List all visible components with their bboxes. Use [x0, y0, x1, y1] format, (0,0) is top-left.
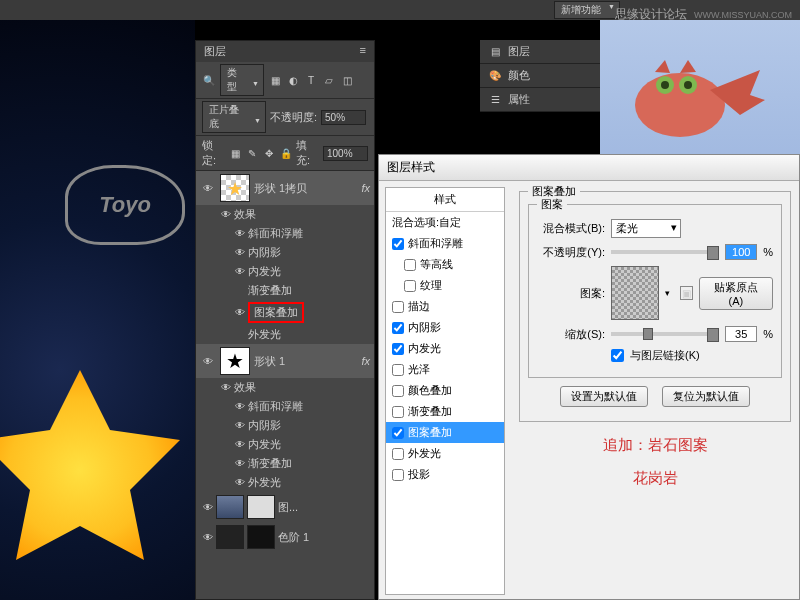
style-color-overlay[interactable]: 颜色叠加 — [386, 380, 504, 401]
fx-gradient-overlay2[interactable]: 👁渐变叠加 — [196, 454, 374, 473]
annotation-note1: 追加：岩石图案 — [519, 436, 791, 455]
pattern-flyout-icon[interactable]: ▾ — [665, 288, 670, 298]
link-checkbox[interactable] — [611, 349, 624, 362]
fx-bevel[interactable]: 👁斜面和浮雕 — [196, 224, 374, 243]
search-icon[interactable]: 🔍 — [202, 73, 216, 87]
fx-outer-glow[interactable]: 👁外发光 — [196, 473, 374, 492]
bevel-checkbox[interactable] — [392, 238, 404, 250]
layer-shape1-copy[interactable]: 👁 ★ 形状 1拷贝 fx — [196, 171, 374, 205]
pattern-label: 图案: — [537, 286, 605, 301]
fx-inner-shadow[interactable]: 👁内阴影 — [196, 243, 374, 262]
fx-badge[interactable]: fx — [361, 355, 370, 367]
panel-menu-icon[interactable]: ≡ — [360, 44, 366, 59]
filter-shape-icon[interactable]: ▱ — [322, 73, 336, 87]
pattern-overlay-section: 图案叠加 图案 混合模式(B): 柔光 不透明度(Y): % 图案: — [519, 191, 791, 422]
panel-layers[interactable]: ▤图层 — [480, 40, 600, 64]
layer-levels[interactable]: 👁 色阶 1 — [196, 522, 374, 552]
blend-options-item[interactable]: 混合选项:自定 — [386, 212, 504, 233]
lock-move-icon[interactable]: ✥ — [263, 146, 276, 160]
bird-illustration — [610, 40, 770, 160]
watermark: 思缘设计论坛 WWW.MISSYUAN.COM — [611, 6, 792, 23]
blend-mode-dropdown[interactable]: 正片叠底 — [202, 101, 266, 133]
fx-inner-glow[interactable]: 👁内发光 — [196, 435, 374, 454]
inner-glow-checkbox[interactable] — [392, 343, 404, 355]
gradient-overlay-checkbox[interactable] — [392, 406, 404, 418]
fx-inner-glow[interactable]: 👁内发光 — [196, 262, 374, 281]
style-contour[interactable]: 等高线 — [386, 254, 504, 275]
properties-icon: ☰ — [488, 93, 502, 107]
side-panels: ▤图层 🎨颜色 ☰属性 — [480, 40, 600, 112]
style-drop-shadow[interactable]: 投影 — [386, 464, 504, 485]
pattern-overlay-checkbox[interactable] — [392, 427, 404, 439]
lock-all-icon[interactable]: 🔒 — [279, 146, 292, 160]
lock-trans-icon[interactable]: ▦ — [229, 146, 242, 160]
outer-glow-checkbox[interactable] — [392, 448, 404, 460]
inner-shadow-checkbox[interactable] — [392, 322, 404, 334]
drop-shadow-checkbox[interactable] — [392, 469, 404, 481]
visibility-icon[interactable]: 👁 — [200, 356, 216, 367]
blend-mode-select[interactable]: 柔光 — [611, 219, 681, 238]
filter-type-dropdown[interactable]: 类型 — [220, 64, 264, 96]
opacity-label: 不透明度: — [270, 110, 317, 125]
pattern-preview[interactable] — [611, 266, 659, 320]
scale-slider[interactable] — [611, 332, 719, 336]
panel-colors[interactable]: 🎨颜色 — [480, 64, 600, 88]
new-pattern-icon[interactable]: ▣ — [680, 286, 693, 300]
styles-header[interactable]: 样式 — [386, 188, 504, 212]
lock-brush-icon[interactable]: ✎ — [246, 146, 259, 160]
style-gradient-overlay[interactable]: 渐变叠加 — [386, 401, 504, 422]
set-default-button[interactable]: 设置为默认值 — [560, 386, 648, 407]
contour-checkbox[interactable] — [404, 259, 416, 271]
layer-shape1[interactable]: 👁 形状 1 fx — [196, 344, 374, 378]
fx-gradient-overlay[interactable]: 渐变叠加 — [196, 281, 374, 300]
satin-checkbox[interactable] — [392, 364, 404, 376]
opacity-input[interactable] — [725, 244, 757, 260]
reset-default-button[interactable]: 复位为默认值 — [662, 386, 750, 407]
style-texture[interactable]: 纹理 — [386, 275, 504, 296]
panel-properties[interactable]: ☰属性 — [480, 88, 600, 112]
filter-type-icon[interactable]: T — [304, 73, 318, 87]
snap-origin-button[interactable]: 贴紧原点(A) — [699, 277, 773, 310]
effects-toggle[interactable]: 👁效果 — [196, 205, 374, 224]
fx-inner-shadow[interactable]: 👁内阴影 — [196, 416, 374, 435]
fx-badge[interactable]: fx — [361, 182, 370, 194]
style-satin[interactable]: 光泽 — [386, 359, 504, 380]
svg-point-2 — [661, 81, 669, 89]
opacity-input[interactable] — [321, 110, 366, 125]
fx-outer-glow[interactable]: 外发光 — [196, 325, 374, 344]
fx-bevel[interactable]: 👁斜面和浮雕 — [196, 397, 374, 416]
pattern-subsection: 图案 混合模式(B): 柔光 不透明度(Y): % 图案: ▾ — [528, 204, 782, 378]
style-pattern-overlay[interactable]: 图案叠加 — [386, 422, 504, 443]
lock-label: 锁定: — [202, 138, 225, 168]
scale-input[interactable] — [725, 326, 757, 342]
palette-icon: 🎨 — [488, 69, 502, 83]
layers-tab[interactable]: 图层≡ — [196, 41, 374, 62]
blend-mode-label: 混合模式(B): — [537, 221, 605, 236]
style-stroke[interactable]: 描边 — [386, 296, 504, 317]
style-inner-shadow[interactable]: 内阴影 — [386, 317, 504, 338]
percent-label: % — [763, 246, 773, 258]
mask-thumb — [247, 495, 275, 519]
fill-label: 填充: — [296, 138, 319, 168]
dialog-title: 图层样式 — [379, 155, 799, 181]
style-inner-glow[interactable]: 内发光 — [386, 338, 504, 359]
fx-pattern-overlay[interactable]: 👁图案叠加 — [196, 300, 374, 325]
visibility-icon[interactable]: 👁 — [200, 183, 216, 194]
layer-thumb: ★ — [220, 174, 250, 202]
fill-input[interactable] — [323, 146, 368, 161]
style-outer-glow[interactable]: 外发光 — [386, 443, 504, 464]
filter-adjust-icon[interactable]: ◐ — [286, 73, 300, 87]
texture-checkbox[interactable] — [404, 280, 416, 292]
star-artwork — [0, 370, 180, 570]
style-bevel[interactable]: 斜面和浮雕 — [386, 233, 504, 254]
filter-pixel-icon[interactable]: ▦ — [268, 73, 282, 87]
layer-image[interactable]: 👁 图... — [196, 492, 374, 522]
color-overlay-checkbox[interactable] — [392, 385, 404, 397]
effects-toggle[interactable]: 👁效果 — [196, 378, 374, 397]
stroke-checkbox[interactable] — [392, 301, 404, 313]
layers-icon: ▤ — [488, 45, 502, 59]
subsection-label: 图案 — [537, 197, 567, 212]
filter-smart-icon[interactable]: ◫ — [340, 73, 354, 87]
layer-thumb — [216, 495, 244, 519]
opacity-slider[interactable] — [611, 250, 719, 254]
